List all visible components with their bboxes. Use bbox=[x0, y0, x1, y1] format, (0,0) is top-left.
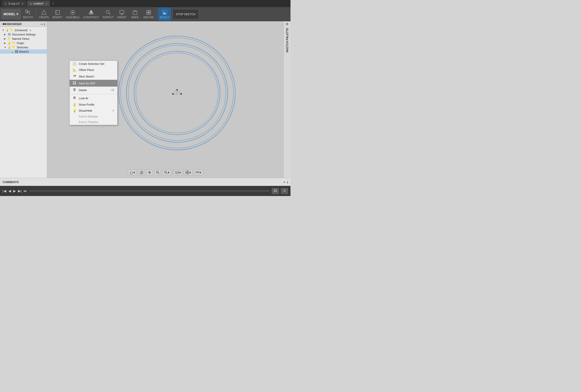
show-profile-label: Show Profile bbox=[79, 103, 94, 106]
svg-line-58 bbox=[166, 173, 167, 174]
timeline-track[interactable] bbox=[29, 190, 270, 191]
stop-sketch-button[interactable]: STOP SKETCH bbox=[172, 9, 199, 19]
slice-sketch-label: Slice Sketch bbox=[79, 75, 94, 78]
svg-point-34 bbox=[180, 93, 182, 95]
tree-arrow-docsettings: ▶ bbox=[4, 33, 7, 36]
toolbar-insert[interactable]: INSERT bbox=[115, 8, 128, 21]
settings-icon bbox=[283, 189, 286, 192]
save-dxf-icon: DXF bbox=[73, 81, 77, 85]
tab-3ring[interactable]: ◇ 3-ring v1* ✕ bbox=[2, 1, 26, 7]
tree-item-sketches[interactable]: ▼ 💡 📁 Sketches bbox=[0, 45, 47, 49]
svg-rect-66 bbox=[197, 172, 198, 173]
toolbar-addins[interactable]: ADD-INS bbox=[142, 8, 155, 21]
pan-icon bbox=[148, 171, 151, 174]
view-zoom-fit-button[interactable]: ▾ bbox=[162, 170, 171, 175]
context-menu-offset-plane[interactable]: 📐 Offset Plane bbox=[70, 67, 117, 73]
browser-collapse-icon[interactable]: ◀◀ bbox=[2, 22, 6, 26]
toolbar-create[interactable]: CREATE bbox=[37, 8, 51, 21]
svg-rect-15 bbox=[133, 11, 137, 14]
toolbar-sketch[interactable]: SKETCH bbox=[21, 8, 35, 21]
timeline-end-button[interactable]: ⏭ bbox=[24, 189, 27, 193]
tree-item-unsaved[interactable]: ▼ 💡 📁 (Unsaved) ● bbox=[0, 28, 47, 32]
browser-expand-icon[interactable]: | bbox=[44, 23, 45, 26]
tab-close-untitled[interactable]: ✕ bbox=[45, 2, 47, 5]
display-icon bbox=[175, 171, 179, 174]
svg-text:DXF: DXF bbox=[73, 83, 76, 84]
tree-item-namedviews[interactable]: ▶ 📁 Named Views bbox=[0, 36, 47, 41]
context-menu-find-timeline[interactable]: Find in Timeline bbox=[70, 119, 117, 125]
context-menu-slice-sketch[interactable]: Slice Sketch bbox=[70, 73, 117, 80]
context-menu-show-profile[interactable]: 💡 Show Profile bbox=[70, 102, 117, 108]
tree-label-unsaved: (Unsaved) bbox=[15, 29, 28, 32]
modify-icon bbox=[54, 9, 61, 15]
view-zoom-button[interactable] bbox=[154, 170, 161, 175]
view-display-button[interactable]: ▾ bbox=[173, 170, 183, 175]
toolbar-make[interactable]: MAKE bbox=[129, 8, 141, 21]
show-hide-shortcut: V bbox=[112, 109, 114, 112]
context-menu-look-at[interactable]: Look At bbox=[70, 95, 117, 102]
context-menu-create-selection-set[interactable]: 📋 Create Selection Set bbox=[70, 61, 117, 67]
more-icon bbox=[196, 171, 199, 174]
svg-point-7 bbox=[72, 12, 73, 13]
toolbar-construct[interactable]: CONSTRUCT bbox=[82, 8, 101, 21]
tree-icon-sketch1: S bbox=[15, 50, 18, 53]
comments-label: COMMENTS bbox=[3, 181, 19, 184]
timeline-prev-button[interactable]: ◀ bbox=[8, 189, 11, 193]
modify-label: MODIFY bbox=[52, 16, 62, 19]
tree-icon-eye: 💡 bbox=[6, 28, 9, 32]
timeline-film-button[interactable] bbox=[272, 188, 279, 194]
view-pan-button[interactable] bbox=[146, 170, 153, 175]
toolbar-assemble[interactable]: ASSEMBLE bbox=[64, 8, 81, 21]
toolbar-modify[interactable]: MODIFY bbox=[51, 8, 64, 21]
context-menu-find-window[interactable]: Find in Window bbox=[70, 114, 117, 119]
svg-rect-18 bbox=[147, 10, 148, 12]
context-menu-show-hide[interactable]: 💡 Show/Hide V bbox=[70, 108, 117, 114]
svg-line-12 bbox=[109, 13, 110, 14]
comments-add-icon[interactable]: + bbox=[283, 181, 285, 184]
tab-close[interactable]: ✕ bbox=[22, 2, 24, 5]
tree-icon-folder: 📁 bbox=[10, 28, 14, 32]
tab-untitled[interactable]: ◇ Untitled* ✕ bbox=[27, 1, 50, 7]
tab-add-button[interactable]: + bbox=[51, 2, 56, 5]
svg-rect-61 bbox=[186, 171, 187, 172]
context-menu: 📋 Create Selection Set 📐 Offset Plane Sl… bbox=[69, 61, 118, 125]
tree-arrow-namedviews: ▶ bbox=[4, 37, 7, 40]
tree-item-docsettings[interactable]: ▶ ⚙️ Document Settings bbox=[0, 32, 47, 36]
timeline-play-button[interactable]: ▶ bbox=[13, 189, 16, 193]
view-toolbar-divider bbox=[172, 170, 172, 175]
view-grid-button[interactable]: ▾ bbox=[184, 170, 193, 175]
title-bar: ◇ 3-ring v1* ✕ ◇ Untitled* ✕ + bbox=[0, 0, 290, 7]
svg-rect-4 bbox=[55, 10, 60, 14]
sketch-label: SKETCH bbox=[23, 16, 33, 19]
look-at-icon bbox=[73, 96, 77, 100]
model-arrow-icon: ▾ bbox=[16, 12, 18, 16]
model-button[interactable]: MODEL ▾ bbox=[1, 9, 21, 19]
svg-rect-13 bbox=[120, 10, 124, 13]
find-timeline-label: Find in Timeline bbox=[79, 121, 98, 124]
canvas-area[interactable]: 📋 Create Selection Set 📐 Offset Plane Sl… bbox=[47, 21, 283, 178]
timeline-next-button[interactable]: ▶| bbox=[18, 189, 22, 193]
tree-arrow-unsaved: ▼ bbox=[2, 29, 5, 31]
toolbar-select[interactable]: SELECT bbox=[158, 8, 171, 21]
timeline-start-button[interactable]: |◀ bbox=[3, 189, 6, 193]
timeline-settings-button[interactable] bbox=[281, 188, 288, 194]
svg-marker-53 bbox=[148, 172, 149, 173]
view-more-button[interactable]: ▾ bbox=[194, 170, 203, 175]
sketch-palette-label[interactable]: SKETCH PALETTE bbox=[286, 28, 289, 53]
context-menu-delete[interactable]: Delete ⌫ bbox=[70, 87, 117, 93]
svg-rect-68 bbox=[274, 190, 277, 192]
view-home-button[interactable]: ▾ bbox=[128, 170, 137, 175]
context-menu-save-as-dxf[interactable]: DXF Save As DXF bbox=[70, 80, 117, 87]
sketch-palette-gear-icon[interactable]: ⚙ bbox=[286, 22, 288, 26]
svg-point-55 bbox=[156, 171, 158, 173]
tree-icon-sketch1-eye: 💡 bbox=[11, 50, 14, 53]
display-arrow: ▾ bbox=[179, 171, 181, 174]
toolbar-inspect[interactable]: INSPECT bbox=[101, 8, 115, 21]
tab-label: Untitled* bbox=[33, 2, 44, 5]
insert-label: INSERT bbox=[117, 16, 127, 19]
svg-line-2 bbox=[29, 12, 30, 14]
view-cube-button[interactable] bbox=[138, 170, 145, 175]
browser-pin-icon[interactable]: — bbox=[40, 23, 43, 26]
tree-item-sketch1[interactable]: 💡 S Sketch1 bbox=[0, 49, 47, 54]
tree-item-origin[interactable]: ▶ 💡 📁 Origin bbox=[0, 41, 47, 45]
